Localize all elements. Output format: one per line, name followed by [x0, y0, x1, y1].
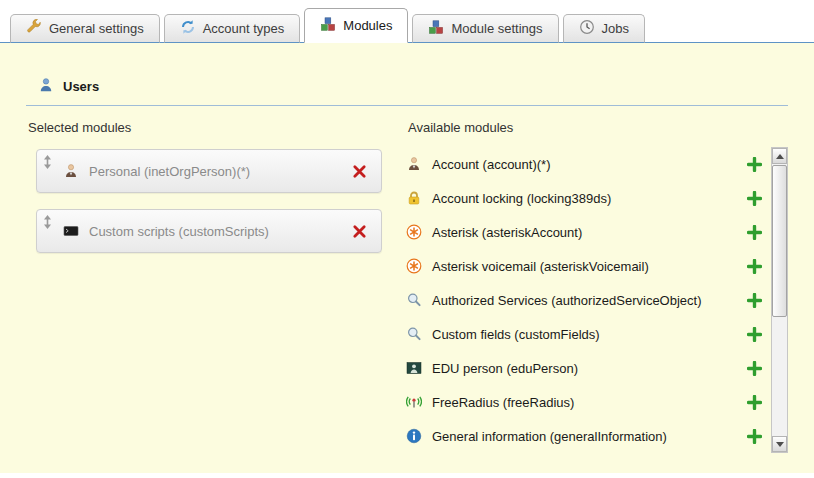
available-modules-heading: Available modules [406, 106, 788, 145]
available-module-label: Authorized Services (authorizedServiceOb… [432, 293, 745, 308]
asterisk-icon [406, 224, 422, 240]
available-module-label: EDU person (eduPerson) [432, 361, 745, 376]
available-module-row: General information (generalInformation) [406, 419, 764, 453]
scrollbar-track[interactable] [772, 164, 787, 436]
selected-modules-heading: Selected modules [26, 106, 382, 145]
available-module-row: Asterisk (asteriskAccount) [406, 215, 764, 249]
add-module-button[interactable] [745, 223, 764, 242]
remove-module-button[interactable] [350, 162, 369, 181]
modules-panel: Users Selected modules Personal (inetOrg… [0, 43, 814, 473]
users-section-header: Users [26, 43, 788, 106]
tab-label: Jobs [602, 21, 629, 36]
clock-icon [579, 19, 595, 38]
selected-modules-column: Selected modules Personal (inetOrgPerson… [26, 106, 382, 453]
add-module-button[interactable] [745, 291, 764, 310]
tab-label: Module settings [451, 21, 542, 36]
arrow-up-icon [776, 154, 784, 159]
tab-account-types[interactable]: Account types [164, 14, 301, 43]
scroll-up-button[interactable] [772, 148, 787, 164]
available-module-row: FreeRadius (freeRadius) [406, 385, 764, 419]
tab-jobs[interactable]: Jobs [563, 14, 645, 43]
selected-module-row[interactable]: Custom scripts (customScripts) [36, 209, 382, 253]
add-module-button[interactable] [745, 325, 764, 344]
available-module-row: EDU person (eduPerson) [406, 351, 764, 385]
available-module-label: Account (account)(*) [432, 157, 745, 172]
antenna-icon [406, 394, 422, 410]
lock-icon [406, 190, 422, 206]
add-module-button[interactable] [745, 393, 764, 412]
available-module-label: FreeRadius (freeRadius) [432, 395, 745, 410]
drag-handle-icon[interactable] [43, 215, 52, 229]
remove-module-button[interactable] [350, 222, 369, 241]
add-module-button[interactable] [745, 189, 764, 208]
person-icon [63, 163, 79, 179]
modules-cubes-icon [320, 16, 336, 35]
selected-module-label: Custom scripts (customScripts) [89, 224, 350, 239]
tab-label: Modules [343, 18, 392, 33]
available-module-row: Custom fields (customFields) [406, 317, 764, 351]
asterisk-icon [406, 258, 422, 274]
tab-module-settings[interactable]: Module settings [412, 14, 558, 43]
graduation-icon [406, 360, 422, 376]
available-modules-list: Account (account)(*) Account locking (lo… [406, 147, 764, 453]
person-icon [406, 156, 422, 172]
selected-module-label: Personal (inetOrgPerson)(*) [89, 164, 350, 179]
magnifier-icon [406, 326, 422, 342]
available-module-label: Account locking (locking389ds) [432, 191, 745, 206]
tab-modules[interactable]: Modules [304, 8, 408, 43]
add-module-button[interactable] [745, 427, 764, 446]
scroll-down-button[interactable] [772, 436, 787, 452]
lam-configuration-page: General settings Account types Modules M… [0, 0, 814, 478]
scrollbar[interactable] [771, 147, 788, 453]
available-modules-list-wrap: Account (account)(*) Account locking (lo… [406, 147, 788, 453]
available-module-label: Asterisk voicemail (asteriskVoicemail) [432, 259, 745, 274]
terminal-icon [63, 223, 79, 239]
user-icon [38, 77, 54, 96]
wrench-icon [26, 19, 42, 38]
available-module-label: Custom fields (customFields) [432, 327, 745, 342]
available-module-row: Asterisk voicemail (asteriskVoicemail) [406, 249, 764, 283]
arrow-down-icon [776, 442, 784, 447]
tab-label: Account types [203, 21, 285, 36]
info-icon [406, 428, 422, 444]
available-module-row: Authorized Services (authorizedServiceOb… [406, 283, 764, 317]
modules-cubes-icon [428, 19, 444, 38]
modules-columns: Selected modules Personal (inetOrgPerson… [0, 106, 814, 453]
available-modules-column: Available modules Account (account)(*) [406, 106, 788, 453]
section-title: Users [63, 79, 99, 94]
add-module-button[interactable] [745, 359, 764, 378]
available-module-row: Account locking (locking389ds) [406, 181, 764, 215]
available-module-label: Asterisk (asteriskAccount) [432, 225, 745, 240]
add-module-button[interactable] [745, 257, 764, 276]
available-module-label: General information (generalInformation) [432, 429, 745, 444]
sync-icon [180, 19, 196, 38]
tab-bar: General settings Account types Modules M… [0, 0, 814, 43]
selected-module-row[interactable]: Personal (inetOrgPerson)(*) [36, 149, 382, 193]
magnifier-icon [406, 292, 422, 308]
tab-label: General settings [49, 21, 144, 36]
available-module-row: Account (account)(*) [406, 147, 764, 181]
scrollbar-thumb[interactable] [772, 165, 787, 317]
add-module-button[interactable] [745, 155, 764, 174]
drag-handle-icon[interactable] [43, 155, 52, 169]
tab-general-settings[interactable]: General settings [10, 14, 160, 43]
